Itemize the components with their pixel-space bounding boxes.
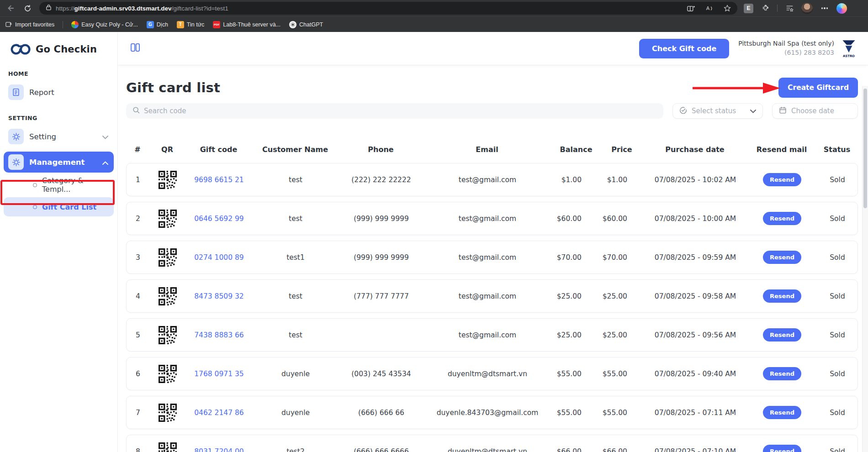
- table-row: 8 8031 7204 00 test2 (666) 666 6666 duye…: [126, 435, 858, 452]
- balance-value: $55.00: [551, 370, 602, 378]
- gift-code-link[interactable]: 7438 8883 66: [186, 331, 252, 339]
- sidebar-item-category-template[interactable]: Category & Templ...: [4, 175, 114, 194]
- status-text: Sold: [816, 331, 858, 339]
- page-scrollbar[interactable]: [862, 86, 868, 452]
- extensions-icon[interactable]: [760, 3, 771, 14]
- app-logo[interactable]: Go Checkin: [10, 40, 117, 58]
- status-text: Sold: [816, 447, 858, 452]
- bookmark-news[interactable]: T Tin tức: [175, 21, 206, 28]
- price-value: $25.00: [602, 331, 643, 339]
- gift-card-rows: 1 9698 6615 21 test (222) 222 22222 test…: [126, 163, 858, 452]
- qr-code: [149, 442, 186, 452]
- gift-code-link[interactable]: 1768 0971 35: [186, 370, 252, 378]
- gift-code-link[interactable]: 0274 1000 89: [186, 253, 252, 262]
- back-icon[interactable]: [5, 3, 16, 14]
- address-bar[interactable]: https://giftcard-admin.srv03.dtsmart.dev…: [39, 2, 737, 15]
- chevron-down-icon: [102, 132, 108, 141]
- gift-code-link[interactable]: 0462 2147 86: [186, 409, 252, 417]
- profile-avatar[interactable]: [801, 3, 813, 14]
- favorite-star-icon[interactable]: [722, 3, 733, 14]
- purchase-date: 07/08/2025 - 09:40 AM: [643, 370, 748, 378]
- gift-code-link[interactable]: 8473 8509 32: [186, 292, 252, 300]
- row-index: 1: [127, 176, 149, 184]
- resend-button[interactable]: Resend: [763, 173, 801, 186]
- resend-button[interactable]: Resend: [763, 328, 801, 342]
- price-value: $55.00: [602, 370, 643, 378]
- read-aloud-icon[interactable]: A: [704, 3, 715, 14]
- search-input[interactable]: [144, 107, 657, 115]
- row-index: 2: [127, 215, 149, 223]
- sidebar: Go Checkin HOME Report SETTING Setting M…: [0, 32, 118, 452]
- settings-menu-icon[interactable]: [819, 3, 830, 14]
- row-index: 6: [127, 370, 149, 378]
- astro-logo: ASTRO: [840, 39, 858, 58]
- gift-code-link[interactable]: 8031 7204 00: [186, 447, 252, 452]
- resend-button[interactable]: Resend: [763, 367, 801, 380]
- create-giftcard-button[interactable]: Create Giftcard: [778, 78, 858, 98]
- resend-button[interactable]: Resend: [763, 212, 801, 225]
- balance-value: $1.00: [551, 176, 602, 184]
- bullet-icon: [33, 183, 37, 187]
- split-screen-icon[interactable]: [685, 3, 696, 14]
- gift-code-link[interactable]: 9698 6615 21: [186, 176, 252, 184]
- bookmark-translate[interactable]: G Dịch: [144, 21, 170, 28]
- qr-code: [149, 365, 186, 383]
- pdf-favicon: PDF: [213, 21, 220, 28]
- bookmark-lab8-pdf[interactable]: PDF Lab8-Thuê server và...: [211, 21, 283, 28]
- table-row: 6 1768 0971 35 duyenle (003) 245 43534 d…: [126, 357, 858, 390]
- section-label-home: HOME: [8, 70, 117, 77]
- purchase-date: 07/08/2025 - 09:56 AM: [643, 331, 748, 339]
- customer-email: test@gmail.com: [423, 253, 551, 262]
- import-favorites-icon: [5, 21, 12, 28]
- col-purchase-date: Purchase date: [642, 145, 747, 154]
- extension-badge[interactable]: E: [744, 4, 753, 13]
- col-gift-code: Gift code: [185, 145, 252, 154]
- check-gift-code-button[interactable]: Check Gift code: [639, 39, 729, 58]
- col-email: Email: [423, 145, 551, 154]
- resend-button[interactable]: Resend: [763, 406, 801, 419]
- status-text: Sold: [816, 370, 858, 378]
- setting-gear-icon: [8, 129, 24, 144]
- customer-name: test: [252, 292, 339, 300]
- sidebar-item-management[interactable]: Management: [4, 152, 114, 173]
- bookmark-import-favorites[interactable]: Import favorites: [3, 21, 57, 28]
- section-label-setting: SETTING: [8, 115, 117, 121]
- news-favicon: T: [177, 21, 184, 28]
- resend-button[interactable]: Resend: [763, 251, 801, 264]
- translate-favicon: G: [147, 21, 154, 28]
- table-header: # QR Gift code Customer Name Phone Email…: [126, 145, 858, 154]
- check-circle-icon: [679, 106, 687, 116]
- status-filter-dropdown[interactable]: Select status: [672, 103, 763, 119]
- scrollbar-thumb[interactable]: [863, 89, 867, 208]
- customer-name: test: [252, 331, 339, 339]
- status-filter-value: Select status: [692, 107, 736, 115]
- customer-email: duyenle.843703@gmail.com: [423, 409, 551, 417]
- gift-code-link[interactable]: 0646 5692 99: [186, 215, 252, 223]
- bookmarks-bar: Import favorites Easy Quiz Poly - Cử... …: [0, 16, 868, 32]
- customer-phone: (999) 999 9999: [339, 215, 423, 223]
- sidebar-item-setting[interactable]: Setting: [4, 126, 114, 147]
- bookmark-chatgpt[interactable]: ChatGPT: [287, 21, 325, 28]
- resend-button[interactable]: Resend: [763, 445, 801, 452]
- report-document-icon: [8, 84, 24, 100]
- price-value: $70.00: [602, 253, 643, 262]
- col-resend-mail: Resend mail: [747, 145, 816, 154]
- search-box[interactable]: [126, 103, 663, 119]
- row-index: 7: [127, 409, 149, 417]
- go-checkin-logo-icon: [10, 43, 31, 56]
- bookmark-easy-quiz[interactable]: Easy Quiz Poly - Cử...: [69, 21, 140, 28]
- qr-code: [149, 404, 186, 422]
- col-phone: Phone: [339, 145, 423, 154]
- favorites-hub-icon[interactable]: [784, 3, 795, 14]
- refresh-icon[interactable]: [22, 3, 33, 14]
- copilot-icon[interactable]: [836, 3, 847, 14]
- resend-button[interactable]: Resend: [763, 289, 801, 303]
- sidebar-item-report[interactable]: Report: [4, 82, 114, 103]
- date-filter[interactable]: Choose date: [772, 103, 858, 119]
- price-value: $60.00: [602, 215, 643, 223]
- sidebar-item-gift-card-list[interactable]: Gift Card List: [4, 197, 114, 216]
- columns-toggle-icon[interactable]: [131, 43, 140, 53]
- qr-code: [149, 171, 186, 189]
- customer-phone: (003) 245 43534: [339, 370, 423, 378]
- balance-value: $25.00: [551, 292, 602, 300]
